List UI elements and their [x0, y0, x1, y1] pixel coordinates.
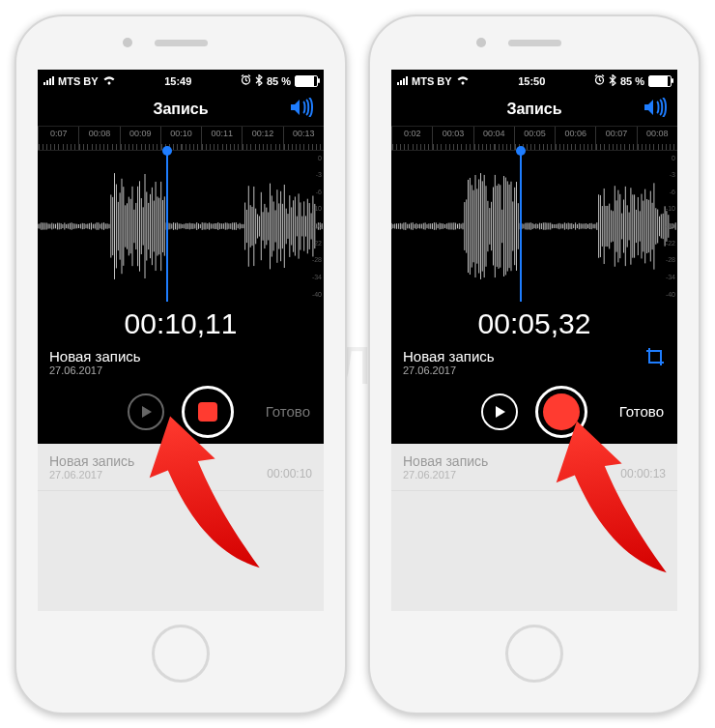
recording-date: 27.06.2017 [49, 364, 312, 376]
status-time: 15:50 [518, 75, 545, 87]
list-item[interactable]: Новая запись 27.06.2017 00:00:13 [391, 444, 677, 491]
ruler-tick: 00:03 [432, 127, 472, 150]
phone-camera [123, 38, 132, 47]
list-item-date: 27.06.2017 [49, 469, 134, 480]
recording-title: Новая запись [49, 348, 312, 364]
recordings-list[interactable]: Новая запись 27.06.2017 00:00:13 [391, 444, 677, 611]
ruler-tick: 00:09 [120, 127, 160, 150]
stop-icon [198, 402, 217, 422]
phone-speaker [508, 40, 561, 46]
controls: Готово [38, 380, 324, 444]
list-item-title: Новая запись [49, 453, 134, 469]
status-time: 15:49 [164, 75, 191, 87]
db-scale: 0-3-6-10-16-22-28-34-40 [302, 155, 322, 298]
ruler-tick: 00:08 [78, 127, 119, 150]
play-icon [142, 406, 152, 418]
battery-icon [648, 75, 672, 87]
phone-camera [476, 38, 486, 47]
speaker-toggle-icon[interactable] [643, 98, 668, 121]
list-item-duration: 00:00:13 [620, 467, 666, 480]
waveform[interactable]: 0-3-6-10-16-22-28-34-40 [38, 151, 324, 302]
ruler-tick: 0:07 [38, 127, 78, 150]
ruler-tick: 00:06 [555, 127, 595, 150]
timeline-ruler[interactable]: 0:0200:0300:0400:0500:0600:0700:08 [391, 126, 677, 151]
list-item-date: 27.06.2017 [403, 469, 488, 480]
header: Запись [391, 93, 677, 126]
home-button[interactable] [505, 625, 563, 683]
done-button: Готово [266, 403, 310, 420]
phone-speaker [155, 40, 208, 46]
record-icon [543, 393, 580, 430]
home-button[interactable] [152, 625, 210, 683]
done-button[interactable]: Готово [619, 403, 664, 420]
speaker-toggle-icon[interactable] [289, 98, 314, 121]
signal-icon [397, 76, 408, 85]
battery-pct: 85 % [620, 75, 644, 87]
stage: ЯБЛЫК MTS BY 15:49 85 % Запись [0, 0, 715, 728]
recording-date: 27.06.2017 [403, 364, 666, 376]
ruler-tick: 00:12 [242, 127, 282, 150]
elapsed-time: 00:05,32 [391, 307, 677, 340]
crop-icon[interactable] [644, 346, 666, 371]
page-title: Запись [506, 101, 561, 118]
recording-title: Новая запись [403, 348, 666, 364]
carrier-label: MTS BY [412, 75, 452, 87]
ruler-tick: 00:08 [637, 127, 677, 150]
screen: MTS BY 15:50 85 % Запись 0:0200:0300:040… [391, 70, 677, 611]
header: Запись [38, 93, 324, 126]
controls: Готово [391, 380, 677, 444]
playhead[interactable] [166, 151, 168, 302]
signal-icon [43, 76, 54, 85]
ruler-tick: 00:11 [201, 127, 242, 150]
record-button[interactable] [182, 386, 234, 438]
wifi-icon [102, 75, 116, 87]
playhead[interactable] [520, 151, 522, 302]
recordings-list[interactable]: Новая запись 27.06.2017 00:00:10 [38, 444, 324, 611]
wifi-icon [456, 75, 470, 87]
timeline-ruler[interactable]: 0:0700:0800:0900:1000:1100:1200:13 [38, 126, 324, 151]
play-button [128, 393, 164, 430]
list-item[interactable]: Новая запись 27.06.2017 00:00:10 [38, 444, 324, 491]
record-button[interactable] [535, 386, 587, 438]
status-bar: MTS BY 15:50 85 % [391, 70, 677, 93]
waveform[interactable]: 0-3-6-10-16-22-28-34-40 [391, 151, 677, 302]
play-icon [496, 406, 505, 418]
alarm-icon [594, 74, 605, 87]
ruler-tick: 00:04 [473, 127, 514, 150]
ruler-tick: 00:07 [595, 127, 636, 150]
play-button[interactable] [481, 393, 518, 430]
alarm-icon [241, 74, 251, 87]
bluetooth-icon [609, 74, 616, 88]
bluetooth-icon [255, 74, 263, 88]
ruler-tick: 00:13 [283, 127, 324, 150]
ruler-tick: 0:02 [391, 127, 432, 150]
list-item-duration: 00:00:10 [267, 467, 312, 480]
db-scale: 0-3-6-10-16-22-28-34-40 [656, 155, 675, 298]
recording-meta: Новая запись 27.06.2017 [38, 340, 324, 380]
battery-icon [295, 75, 318, 87]
phone-frame: MTS BY 15:50 85 % Запись 0:0200:0300:040… [368, 15, 701, 714]
status-bar: MTS BY 15:49 85 % [38, 70, 324, 93]
list-item-title: Новая запись [403, 453, 488, 469]
recording-meta: Новая запись 27.06.2017 [391, 340, 677, 380]
carrier-label: MTS BY [58, 75, 99, 87]
screen: MTS BY 15:49 85 % Запись 0:0700:0800:090… [38, 70, 324, 611]
battery-pct: 85 % [267, 75, 291, 87]
phone-frame: MTS BY 15:49 85 % Запись 0:0700:0800:090… [14, 15, 347, 714]
page-title: Запись [153, 101, 208, 118]
elapsed-time: 00:10,11 [38, 307, 324, 340]
